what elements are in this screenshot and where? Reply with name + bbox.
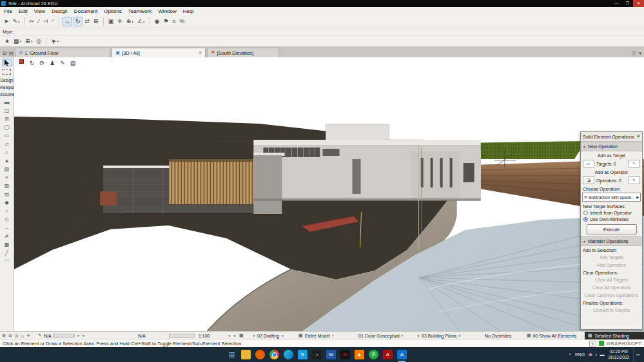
layers-icon[interactable]: ≡ (171, 17, 177, 26)
pan-icon[interactable]: ✛ (26, 333, 30, 338)
clear-all-operators-button[interactable]: Clear All Operators (581, 283, 642, 291)
menu-teamwork[interactable]: Teamwork (125, 8, 155, 14)
pen-indicator-icon[interactable]: ✎ (589, 341, 596, 347)
mirror-icon[interactable]: ⇄ (84, 17, 92, 26)
arc-tool-icon[interactable]: ◠ (5, 257, 9, 265)
adjust-icon[interactable]: ⊣ (42, 17, 50, 26)
dropdown-arrow-icon[interactable]: ▾ (18, 20, 20, 24)
next-arrow-icon[interactable]: ► (83, 334, 86, 338)
fillet-icon[interactable]: ◜ (51, 17, 56, 26)
red-box[interactable] (100, 191, 117, 205)
execute-button[interactable]: Execute (587, 224, 637, 234)
language-indicator[interactable]: ENG (575, 352, 585, 357)
explore-icon[interactable]: ⟳ (40, 60, 45, 66)
pen-set-value[interactable]: 01 Color Conceptual (358, 334, 400, 338)
arrow-tool[interactable]: ➤▾ (50, 37, 60, 46)
beam-tool-icon[interactable]: ▭ (5, 131, 10, 140)
3d-scene[interactable]: x y (14, 57, 644, 331)
battery-icon[interactable]: ▬ (600, 352, 604, 357)
multiply-icon[interactable]: ⊞ (92, 17, 100, 26)
minimize-button[interactable]: — (611, 0, 622, 7)
stair-tool-icon[interactable]: ≡ (5, 173, 8, 182)
convert-to-morphs-button[interactable]: Convert to Morphs (581, 306, 642, 314)
layer-combo-next-icon[interactable]: ► (458, 334, 462, 338)
guide-lines-icon[interactable]: ∠▾ (136, 17, 146, 26)
morph-tool-icon[interactable]: ◇ (5, 215, 8, 224)
taskbar-vlc[interactable]: ▲ (355, 350, 364, 359)
line-tool-icon[interactable]: ╱ (5, 249, 8, 257)
clear-all-targets-button[interactable]: Clear All Targets (581, 276, 642, 283)
back-arrow-icon[interactable]: ◄ (228, 334, 231, 338)
maintain-operations-header[interactable]: ▼ Maintain Operations (581, 236, 642, 246)
inherit-from-operator-option[interactable]: Inherit from Operator (581, 209, 642, 216)
tab-close-icon[interactable]: ✕ (196, 50, 202, 55)
magic-wand-icon[interactable]: ✛ (116, 17, 124, 26)
origin-icon[interactable]: ◎ (35, 37, 43, 46)
door-tool-icon[interactable]: ◫ (5, 106, 10, 115)
fit-view-icon[interactable]: ◎ (15, 333, 19, 338)
clear-common-operations-button[interactable]: Clear Common Operations (581, 291, 642, 299)
taskbar-acrobat[interactable]: A (383, 350, 393, 359)
menu-options[interactable]: Options (101, 8, 125, 14)
menu-view[interactable]: View (31, 8, 48, 14)
railing-tool-icon[interactable]: ▥ (5, 182, 10, 190)
edit-icon[interactable]: ✎ (60, 60, 65, 66)
move-icon[interactable]: ↔ (63, 17, 72, 26)
menu-help[interactable]: Help (180, 8, 197, 14)
tab-overview-icon[interactable]: ▤ (9, 50, 14, 56)
add-targets-button[interactable]: Add Targets (581, 253, 642, 261)
tab-menu-icon[interactable]: ▾ (639, 51, 641, 56)
add-as-target-button[interactable]: Add as Target (581, 151, 642, 159)
menu-file[interactable]: File (1, 8, 15, 14)
taskbar-command-prompt[interactable]: > (312, 350, 322, 359)
zoom-slider[interactable] (53, 334, 75, 338)
split-icon[interactable]: ∕ (37, 17, 41, 26)
pick-operator-icon[interactable]: ↖ (629, 176, 640, 184)
tab-ground-floor[interactable]: ⊞ 1. Ground Floor (15, 48, 110, 57)
window-tool-icon[interactable]: ⊞ (5, 115, 9, 123)
lamp-tool-icon[interactable]: ○ (5, 207, 8, 215)
element-filter[interactable]: 00 Show All Elements (533, 334, 577, 338)
taskbar-whatsapp[interactable]: ✆ (369, 350, 378, 359)
layer-next-icon[interactable]: ► (281, 334, 284, 338)
orbit-icon[interactable]: ↻ (30, 60, 35, 66)
element-filter-icon[interactable]: ▦ (527, 333, 531, 338)
mesh-tool-icon[interactable]: ▲ (5, 157, 10, 165)
pen-icon[interactable]: ✎▾ (12, 17, 21, 26)
dropdown-arrow-icon[interactable]: ▾ (143, 20, 145, 24)
operation-dropdown[interactable]: ⊖ Subtraction with upwar... ▶ (582, 193, 641, 202)
new-operation-header[interactable]: ▼ New Operation (581, 142, 642, 151)
dropdown-arrow-icon[interactable]: ▾ (132, 20, 133, 24)
curtain-wall-tool-icon[interactable]: ▤ (5, 190, 10, 198)
model-filter-icon[interactable]: ▦ (298, 333, 303, 338)
left-building[interactable] (100, 159, 258, 213)
pen-set-icon[interactable]: ✎ (38, 333, 42, 338)
taskbar-file-explorer[interactable] (241, 350, 251, 359)
column-tool-icon[interactable]: ◯ (4, 123, 10, 131)
taskbar-firefox[interactable] (255, 350, 265, 359)
home-view-icon[interactable]: ⌂ (21, 334, 24, 338)
walk-icon[interactable]: ♟ (50, 60, 55, 66)
tab-3d-all[interactable]: ▣ [3D / All] ✕ (112, 48, 206, 57)
taskbar-skype[interactable]: S (298, 350, 307, 359)
panel-close-icon[interactable]: ✕ (636, 134, 640, 139)
gravity-icon[interactable]: ⊕▾ (125, 17, 135, 26)
use-own-attributes-option[interactable]: Use Own Attributes (581, 216, 642, 222)
add-operators-button[interactable]: Add Operators (581, 261, 642, 269)
menu-edit[interactable]: Edit (15, 8, 31, 14)
taskbar-archicad[interactable]: A (397, 350, 407, 359)
pick-target-icon[interactable]: ↖ (629, 160, 640, 167)
pen-set-arrow-icon[interactable]: ▾ (402, 334, 404, 338)
overrides-value[interactable]: No Overrides (485, 334, 511, 338)
grid-icon[interactable]: ▦ (239, 333, 244, 338)
radio-selected-icon[interactable] (583, 217, 588, 222)
taskbar-clock[interactable]: 02:25 PM 26/12/2023 (608, 349, 629, 359)
slab-tool-icon[interactable]: ▱ (5, 140, 8, 148)
roof-tool-icon[interactable]: ⌂ (5, 148, 8, 157)
taskbar-netflix[interactable]: N (340, 350, 350, 359)
drafting-layer[interactable]: 02 Drafting (257, 334, 279, 338)
panel-titlebar[interactable]: Solid Element Operations ✕ (581, 132, 642, 142)
zoom-value[interactable]: N/A (44, 334, 52, 338)
zoom-out-icon[interactable]: ⊖ (8, 333, 12, 338)
model-filter[interactable]: Entire Model (305, 334, 330, 338)
